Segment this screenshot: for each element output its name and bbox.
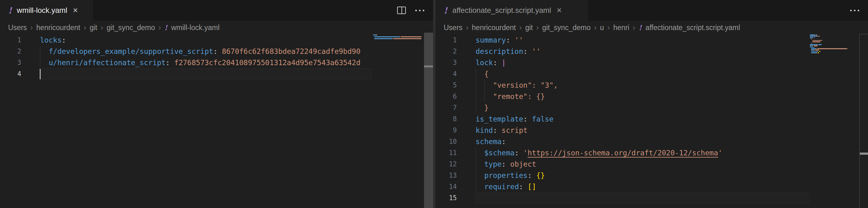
breadcrumb-item[interactable]: henri — [614, 24, 629, 32]
breadcrumb-file[interactable]: affectionate_script.script.yaml — [645, 24, 740, 32]
code-token — [523, 183, 527, 191]
code-token — [519, 149, 523, 157]
code-token: f/developers_example/supportive_script — [49, 47, 213, 55]
code-token: : — [501, 160, 506, 168]
breadcrumb-item[interactable]: git — [525, 24, 533, 32]
breadcrumb-file[interactable]: wmill-lock.yaml — [171, 24, 219, 32]
line-number: 14 — [436, 181, 457, 192]
code-token: : — [519, 183, 523, 191]
code-token — [532, 171, 536, 180]
code-token — [475, 183, 484, 191]
code-line: f/developers_example/supportive_script: … — [39, 46, 372, 57]
breadcrumb-separator-icon: › — [536, 23, 539, 32]
yaml-file-icon: ! — [8, 6, 12, 15]
breadcrumb: Users›henricourdent›git›git_sync_demo›!w… — [0, 21, 433, 34]
code-token: : — [523, 47, 527, 55]
yaml-file-icon: ! — [444, 6, 447, 15]
line-number: 12 — [436, 158, 457, 170]
code-token: false — [532, 115, 553, 123]
breadcrumb-separator-icon: › — [84, 23, 86, 32]
close-icon[interactable]: × — [73, 6, 78, 15]
breadcrumb-item[interactable]: Users — [444, 24, 462, 32]
breadcrumb-separator-icon: › — [633, 23, 636, 32]
code-line: type: object — [475, 158, 810, 170]
code-token: : — [527, 171, 532, 180]
breadcrumb-item[interactable]: henricourdent — [36, 24, 80, 32]
code-token: properties — [484, 171, 527, 180]
tab-affectionate-script-yaml[interactable]: ! affectionate_script.script.yaml × — [436, 0, 588, 21]
more-actions-icon[interactable] — [415, 10, 424, 11]
line-number: 2 — [436, 46, 457, 57]
code-token: : — [213, 47, 218, 55]
code-token: : — [62, 36, 66, 44]
code-token: : — [166, 58, 170, 67]
vertical-scrollbar[interactable] — [424, 32, 433, 208]
line-number: 1 — [0, 34, 21, 46]
tab-label: wmill-lock.yaml — [17, 6, 67, 15]
code-token: summary — [475, 36, 506, 44]
code-token: : — [493, 58, 497, 67]
code-token — [527, 115, 532, 123]
code-token: description — [475, 47, 523, 55]
code-editor[interactable]: 1summary: ''2description: ''3lock: |4 {5… — [436, 34, 868, 208]
tab-wmill-lock-yaml[interactable]: ! wmill-lock.yaml × — [0, 0, 93, 21]
code-token — [218, 47, 222, 55]
tab-bar: ! wmill-lock.yaml × — [0, 0, 433, 21]
code-token: 8670f6c62f683bdea72249cadfe9bd90 — [222, 47, 361, 55]
code-token: f2768573cfc204108975501312a4d95e7543a635… — [174, 58, 360, 67]
minimap[interactable] — [810, 34, 857, 55]
line-number: 4 — [0, 68, 21, 80]
code-token — [475, 93, 493, 101]
code-line: lock: | — [475, 57, 810, 68]
code-line: description: '' — [475, 46, 810, 57]
breadcrumb-item[interactable]: git — [90, 24, 97, 32]
code-editor[interactable]: 1locks:2 f/developers_example/supportive… — [0, 34, 433, 208]
editor-group-divider[interactable] — [433, 0, 436, 208]
code-token: script — [501, 126, 527, 134]
code-token: $schema — [484, 149, 515, 157]
code-line: "remote": {} — [475, 91, 810, 102]
code-token: '' — [515, 36, 523, 44]
editor-actions — [850, 0, 859, 21]
code-token: [] — [527, 183, 536, 191]
line-number: 8 — [436, 113, 457, 125]
code-line: } — [475, 102, 810, 113]
code-line: { — [475, 68, 810, 80]
line-number: 1 — [436, 34, 457, 46]
code-token — [475, 81, 493, 89]
code-line: properties: {} — [475, 170, 810, 181]
editor-actions — [397, 0, 424, 21]
breadcrumb-item[interactable]: git_sync_demo — [542, 24, 591, 32]
overview-ruler-border-top — [859, 34, 868, 34]
code-token: is_template — [475, 115, 523, 123]
yaml-file-icon: ! — [164, 24, 167, 32]
overview-ruler-border — [859, 34, 860, 208]
breadcrumb: Users›henricourdent›git›git_sync_demo›u›… — [436, 21, 868, 34]
breadcrumb-separator-icon: › — [608, 23, 610, 32]
minimap[interactable] — [373, 34, 424, 42]
minimap-line — [373, 40, 424, 42]
code-token — [510, 36, 515, 44]
breadcrumb-separator-icon: › — [101, 23, 103, 32]
line-number: 3 — [0, 57, 21, 68]
code-token — [497, 58, 501, 67]
line-number: 5 — [436, 80, 457, 91]
code-token: { — [484, 70, 489, 78]
code-token: ' — [718, 149, 723, 157]
breadcrumb-item[interactable]: henricourdent — [472, 24, 516, 32]
close-icon[interactable]: × — [557, 6, 562, 15]
code-token — [497, 126, 501, 134]
code-line: required: [] — [475, 181, 810, 192]
code-token: type — [484, 160, 501, 168]
code-line: is_template: false — [475, 113, 810, 125]
split-editor-icon[interactable] — [397, 6, 406, 14]
code-token: required — [484, 183, 519, 191]
code-line: schema: — [475, 136, 810, 147]
breadcrumb-item[interactable]: u — [600, 24, 604, 32]
more-actions-icon[interactable] — [850, 10, 859, 11]
breadcrumb-item[interactable]: Users — [8, 24, 27, 32]
tab-bar: ! affectionate_script.script.yaml × — [436, 0, 868, 21]
code-token: : — [506, 36, 510, 44]
schema-url-link[interactable]: https://json-schema.org/draft/2020-12/sc… — [527, 149, 718, 157]
breadcrumb-item[interactable]: git_sync_demo — [106, 24, 155, 32]
